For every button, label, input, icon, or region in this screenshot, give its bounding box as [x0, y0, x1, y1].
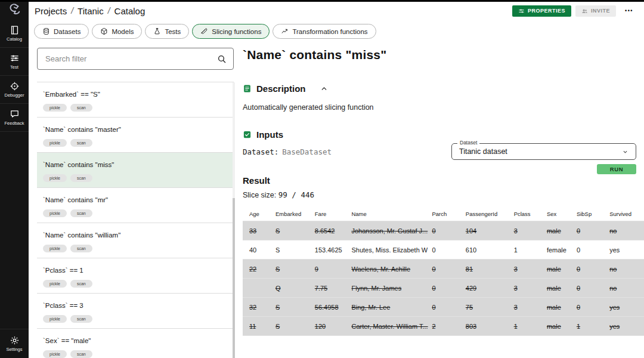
- top-border: [0, 0, 644, 2]
- dataset-select[interactable]: Dataset Titanic dataset: [451, 143, 636, 160]
- list-item-tags: picklescan: [43, 245, 228, 252]
- list-item-title: `Name` contains "miss": [43, 161, 228, 169]
- param-type: BaseDataset: [282, 147, 332, 156]
- table-cell: no: [606, 260, 644, 279]
- invite-button[interactable]: INVITE: [575, 5, 616, 17]
- sidebar-item-feedback[interactable]: Feedback: [0, 104, 29, 132]
- collapse-icon[interactable]: [320, 85, 328, 92]
- table-cell: 0: [428, 298, 462, 317]
- tab-label: Slicing functions: [212, 28, 261, 35]
- table-cell: yes: [606, 298, 644, 317]
- table-cell: S: [272, 240, 311, 260]
- table-cell: 0: [573, 260, 606, 279]
- tag-badge: pickle: [43, 245, 67, 252]
- list-item-embarked-s[interactable]: `Embarked` == "S" picklescan: [37, 82, 234, 118]
- search-icon[interactable]: [217, 54, 227, 64]
- sidebar-item-debugger[interactable]: Debugger: [0, 76, 29, 104]
- list-item-tags: picklescan: [43, 280, 228, 288]
- table-row: 22S9Waelens, Mr. Achille0813male0no: [243, 260, 644, 279]
- transformation-icon: [281, 27, 289, 35]
- slicing-function-list: `Embarked` == "S" picklescan `Name` cont…: [37, 82, 234, 358]
- table-cell: 803: [462, 317, 510, 336]
- tab-transformation-functions[interactable]: Transformation functions: [273, 24, 376, 39]
- breadcrumb: Projects / Titanic / Catalog: [35, 6, 145, 16]
- detail-panel: `Name` contains "miss" Description Autom…: [243, 48, 644, 358]
- table-cell: 81: [462, 260, 510, 279]
- table-cell: Shutes, Miss. Elizabeth W: [348, 240, 428, 260]
- breadcrumb-titanic[interactable]: Titanic: [78, 6, 104, 16]
- table-row: 33S8.6542Johansson, Mr. Gustaf J...01043…: [243, 221, 644, 240]
- list-item-name-contains-mr[interactable]: `Name` contains "mr" picklescan: [37, 188, 234, 223]
- tab-datasets[interactable]: Datasets: [34, 24, 89, 39]
- table-cell: 610: [462, 240, 510, 260]
- tag-badge: scan: [70, 245, 92, 252]
- dataset-select-label: Dataset: [457, 140, 479, 146]
- list-item-sex-male[interactable]: `Sex` == "male" picklescan: [37, 329, 234, 358]
- table-cell: male: [543, 221, 573, 240]
- list-item-name-contains-miss[interactable]: `Name` contains "miss" picklescan: [37, 153, 234, 188]
- sidebar-item-settings[interactable]: Settings: [0, 329, 29, 358]
- column-header: Embarked: [272, 207, 311, 221]
- search-input[interactable]: [44, 54, 217, 64]
- column-header: Fare: [311, 207, 348, 221]
- sidebar-item-catalog[interactable]: Catalog: [0, 20, 29, 48]
- list-item-pclass-3[interactable]: `Pclass` == 3 picklescan: [37, 294, 234, 329]
- sidebar-item-test[interactable]: Test: [0, 48, 29, 76]
- table-cell: 3: [510, 298, 543, 317]
- sidebar-item-label: Feedback: [5, 121, 24, 126]
- scrollbar-thumb[interactable]: [233, 198, 235, 358]
- more-menu-icon[interactable]: •••: [625, 8, 633, 14]
- tag-badge: pickle: [43, 350, 67, 358]
- tag-badge: scan: [70, 139, 92, 147]
- list-item-pclass-1[interactable]: `Pclass` == 1 picklescan: [37, 258, 234, 294]
- tag-badge: scan: [70, 280, 92, 288]
- sidebar-item-label: Settings: [6, 347, 22, 352]
- function-list-panel: `Embarked` == "S" picklescan `Name` cont…: [37, 48, 234, 358]
- breadcrumb-projects[interactable]: Projects: [35, 6, 67, 16]
- table-cell: 75: [462, 298, 510, 317]
- giskard-logo-icon: [8, 2, 21, 18]
- table-row: Q7.75Flynn, Mr. James04293male0no: [243, 279, 644, 298]
- catalog-tabs: Datasets Models Tests Slicing functions …: [29, 20, 644, 39]
- sidebar: Catalog Test Debugger Feedback Settings: [0, 0, 29, 358]
- run-button[interactable]: RUN: [597, 164, 636, 174]
- test-icon: [10, 53, 20, 63]
- breadcrumb-catalog[interactable]: Catalog: [114, 6, 145, 16]
- tab-slicing-functions[interactable]: Slicing functions: [192, 24, 270, 39]
- chevron-down-icon: [622, 149, 628, 155]
- tab-tests[interactable]: Tests: [145, 24, 189, 39]
- list-item-name-contains-william[interactable]: `Name` contains "william" picklescan: [37, 223, 234, 258]
- table-cell: 0: [573, 240, 606, 260]
- catalog-icon: [10, 25, 20, 35]
- tag-badge: scan: [70, 209, 92, 217]
- sidebar-nav: Catalog Test Debugger Feedback: [0, 20, 29, 132]
- tab-label: Models: [112, 28, 134, 35]
- table-cell: Johansson, Mr. Gustaf J...: [348, 221, 428, 240]
- column-header: Name: [348, 207, 428, 221]
- table-cell: 0: [428, 221, 462, 240]
- debugger-icon: [10, 81, 20, 91]
- table-cell: 3: [510, 279, 543, 298]
- run-row: RUN: [243, 164, 644, 174]
- list-item-tags: picklescan: [43, 209, 228, 217]
- description-section-header: Description: [243, 84, 644, 94]
- giskard-logo[interactable]: [0, 0, 29, 20]
- table-cell: [243, 279, 272, 298]
- page-title: `Name` contains "miss": [243, 48, 644, 62]
- properties-button[interactable]: PROPERTIES: [512, 5, 571, 17]
- tag-badge: scan: [70, 174, 92, 182]
- list-item-name-contains-master[interactable]: `Name` contains "master" picklescan: [37, 118, 234, 153]
- inputs-heading: Inputs: [256, 129, 283, 140]
- tab-models[interactable]: Models: [92, 24, 142, 39]
- table-cell: S: [272, 298, 311, 317]
- column-header: Survived: [606, 207, 644, 221]
- table-cell: 56.4958: [311, 298, 348, 317]
- list-scrollbar[interactable]: [233, 82, 235, 358]
- table-row-partial: [243, 336, 644, 357]
- table-cell: 22: [243, 260, 272, 279]
- breadcrumb-separator: /: [108, 6, 110, 16]
- header-actions: PROPERTIES INVITE •••: [512, 5, 638, 17]
- table-cell: Flynn, Mr. James: [348, 279, 428, 298]
- table-cell: S: [272, 260, 311, 279]
- tag-badge: pickle: [43, 139, 67, 147]
